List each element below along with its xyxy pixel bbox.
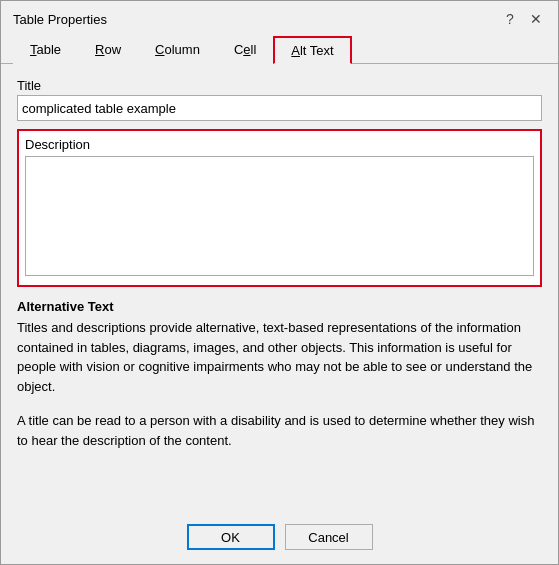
tab-column-label: Column [155,42,200,57]
ok-button[interactable]: OK [187,524,275,550]
alt-text-body-line2: A title can be read to a person with a d… [17,411,542,450]
tabs-row: Table Row Column Cell Alt Text [1,35,558,64]
title-label: Title [17,78,542,93]
title-bar-left: Table Properties [13,12,107,27]
tab-table[interactable]: Table [13,36,78,64]
close-button[interactable]: ✕ [526,9,546,29]
description-label: Description [25,137,534,152]
description-section: Description [17,129,542,287]
alt-text-body-line1: Titles and descriptions provide alternat… [17,318,542,396]
cancel-button[interactable]: Cancel [285,524,373,550]
button-row: OK Cancel [1,514,558,564]
tab-alt-text-label: Alt Text [291,43,333,58]
alt-text-section: Alternative Text Titles and descriptions… [17,299,542,450]
tab-row[interactable]: Row [78,36,138,64]
dialog-content: Title Description Alternative Text Title… [1,64,558,514]
help-button[interactable]: ? [500,9,520,29]
tab-column[interactable]: Column [138,36,217,64]
description-textarea[interactable] [25,156,534,276]
tab-alt-text[interactable]: Alt Text [273,36,351,64]
dialog-title: Table Properties [13,12,107,27]
table-properties-dialog: Table Properties ? ✕ Table Row Column Ce… [0,0,559,565]
tab-cell-label: Cell [234,42,256,57]
alt-text-section-title: Alternative Text [17,299,542,314]
title-bar: Table Properties ? ✕ [1,1,558,33]
title-input[interactable] [17,95,542,121]
tab-row-label: Row [95,42,121,57]
title-field-group: Title [17,78,542,121]
title-bar-right: ? ✕ [500,9,546,29]
tab-table-label: Table [30,42,61,57]
tab-cell[interactable]: Cell [217,36,273,64]
